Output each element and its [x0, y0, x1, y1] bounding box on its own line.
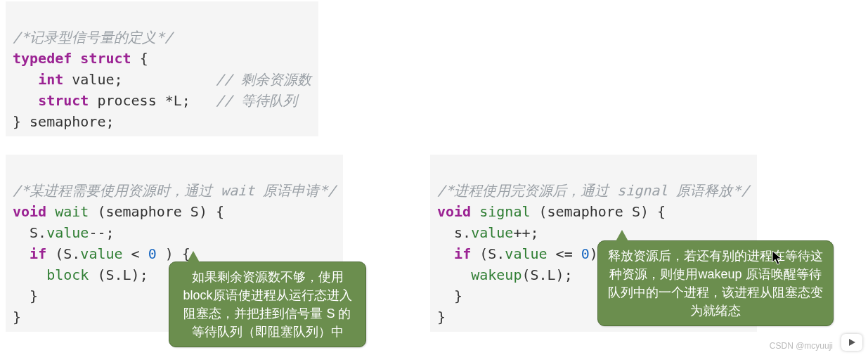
kw-struct: struct — [80, 50, 131, 67]
cursor-icon — [772, 250, 783, 266]
play-icon — [841, 334, 862, 351]
typedef-close: } semaphore; — [13, 113, 115, 130]
fn-wait: wait — [46, 203, 97, 220]
fn-signal: signal — [471, 203, 538, 220]
fn-block: block — [46, 266, 89, 283]
annotation-text: 如果剩余资源数不够，使用block原语使进程从运行态进入阻塞态，并把挂到信号量 … — [183, 270, 351, 339]
kw-int: int — [38, 71, 63, 88]
comment-signal: /*进程使用完资源后，通过 signal 原语释放*/ — [437, 182, 750, 199]
comment: /*记录型信号量的定义*/ — [13, 29, 173, 46]
kw-typedef: typedef — [13, 50, 72, 67]
code-typedef: /*记录型信号量的定义*/ typedef struct { int value… — [6, 1, 318, 136]
comment-remaining: // 剩余资源数 — [216, 71, 311, 88]
fn-wakeup: wakeup — [471, 266, 522, 283]
comment-wait: /*某进程需要使用资源时，通过 wait 原语申请*/ — [13, 182, 336, 199]
annotation-text: 释放资源后，若还有别的进程在等待这种资源，则使用wakeup 原语唤醒等待队列中… — [608, 249, 823, 318]
comment-waitqueue: // 等待队列 — [216, 92, 297, 109]
annotation-wakeup: 释放资源后，若还有别的进程在等待这种资源，则使用wakeup 原语唤醒等待队列中… — [597, 240, 834, 326]
watermark: CSDN @mcyuuji — [770, 341, 833, 351]
field-process-list: process *L; — [89, 92, 190, 109]
annotation-block: 如果剩余资源数不够，使用block原语使进程从运行态进入阻塞态，并把挂到信号量 … — [169, 262, 366, 347]
field-value: value; — [63, 71, 122, 88]
